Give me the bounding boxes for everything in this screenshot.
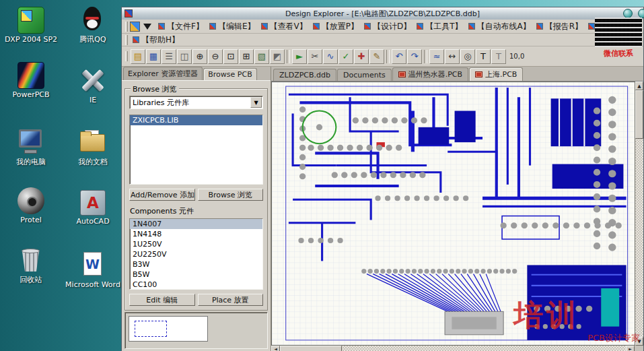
library-list[interactable]: ZXICPCB.LIB [129,115,263,185]
chevron-down-icon[interactable]: ▼ [250,97,262,108]
my-documents-icon [78,128,108,156]
desktop-icon-my-documents[interactable]: 我的文档 [64,128,122,167]
menu-help[interactable]: 【帮助H】 [130,34,182,46]
menu-item-label: 【工具T】 [425,21,462,32]
browse-type-select[interactable]: Libraries 元件库 ▼ [129,96,263,109]
desktop-icon-label: 腾讯QQ [64,36,122,44]
horizontal-scrollbar[interactable]: ◄ ► [271,346,643,351]
zoom-in-icon[interactable]: ⊕ [192,49,207,64]
desktop-icon-qq[interactable]: 腾讯QQ [64,5,122,44]
add-remove-button[interactable]: Add/Remove 添加/移除 [129,189,195,201]
browse-button[interactable]: Browse 浏览 [198,189,264,201]
tab-zldzpcb-ddb[interactable]: ZLDZPCB.ddb [273,69,336,81]
scroll-up-icon[interactable]: ▲ [635,82,643,90]
desktop-icon-label: 我的电脑 [2,158,60,167]
zoom-out-icon[interactable]: ⊖ [208,49,223,64]
preview-footprint [135,321,167,337]
document-area: ZLDZPCB.ddb Documents 温州热水器.PCB 上海.PCB [271,67,643,351]
menu-item-icon [209,23,216,30]
protel-icon [17,187,44,214]
desktop-icon-protel[interactable]: Protel [2,187,60,225]
component-list-item[interactable]: B5W [130,269,262,280]
drc-check-icon[interactable]: ✓ [338,49,353,64]
wire-tool-icon[interactable]: ∿ [323,49,338,64]
desktop-icon-autocad[interactable]: A AutoCAD [64,190,122,226]
tab-wenzhou-pcb[interactable]: 温州热水器.PCB [392,67,468,81]
close-button[interactable] [638,9,644,18]
desktop-icon-label: Protel [2,216,60,225]
component-list-item[interactable]: 1N4148 [130,229,262,239]
menu-reports[interactable]: 【报告R】 [534,20,585,33]
menu-item-icon [588,23,595,30]
component-list-item[interactable]: CC100 [130,280,262,290]
menu-tools[interactable]: 【工具T】 [414,20,465,33]
vertical-scrollbar[interactable]: ▲ ▼ [635,82,643,346]
menu-place[interactable]: 【放置P】 [310,20,361,33]
zoom-window-icon[interactable]: ⊡ [223,49,238,64]
component-list-item[interactable]: 1U250V [130,239,262,249]
toolbar-grip[interactable] [125,51,128,61]
pcb-editor-canvas[interactable] [271,82,635,346]
menu-item-label: 【查看V】 [270,21,308,32]
menu-item-label: 【帮助H】 [141,34,180,46]
scroll-down-icon[interactable]: ▼ [635,337,643,346]
menu-design[interactable]: 【设计D】 [361,20,414,33]
toolbar-grip[interactable] [125,35,128,45]
measure-icon[interactable]: ↔ [445,49,460,64]
menu-autoroute[interactable]: 【自动布线A】 [466,20,534,33]
menu-view[interactable]: 【查看V】 [258,20,310,33]
preview-area [129,316,208,342]
layer-mask-icon[interactable]: ◩ [270,49,285,64]
component-list[interactable]: 1N4007 1N4148 1U250V 2U2250V B3W B5W CC1… [129,218,263,290]
tab-explorer[interactable]: Explorer 资源管理器 [123,67,203,80]
desktop-icon-ie[interactable]: IE [64,66,122,105]
tab-shanghai-pcb[interactable]: 上海.PCB [469,67,523,81]
recycle-bin-icon [16,246,46,274]
scroll-left-icon[interactable]: ◄ [271,346,280,351]
origin-icon[interactable]: ◎ [460,49,475,64]
toolbar-separator [287,50,290,63]
tab-label: Documents [343,71,386,79]
open-document-icon[interactable]: ▤ [131,49,145,64]
tab-browse-pcb[interactable]: Browse PCB [203,68,256,80]
scrollbar-thumb[interactable] [635,90,643,139]
desktop-icon-my-computer[interactable]: 我的电脑 [2,128,60,167]
desktop-icon-powerpcb[interactable]: PowerPCB [2,62,60,100]
string-tool-icon[interactable]: T [491,49,506,64]
cross-probe-icon[interactable]: ✚ [354,49,369,64]
select-area-icon[interactable]: ▧ [254,49,269,64]
zoom-document-icon[interactable]: ⊞ [239,49,254,64]
print-icon[interactable]: ☰ [162,49,176,64]
title-bar[interactable]: Design Explorer - [E:\电路图\ZLDZPCB\ZLDZPC… [122,7,643,20]
minimize-button[interactable] [623,9,633,18]
desktop: DXP 2004 SP2 腾讯QQ PowerPCB IE 我的电脑 我的文档 … [0,0,644,351]
scrollbar-thumb[interactable] [280,346,342,351]
autocad-icon: A [80,190,106,216]
desktop-icon-label: DXP 2004 SP2 [2,36,60,44]
print-preview-icon[interactable]: ◫ [177,49,192,64]
cut-icon[interactable]: ✂ [308,49,322,64]
save-icon[interactable]: ▦ [146,49,161,64]
components-label: Components 元件 [130,206,263,216]
edit-button[interactable]: Edit 编辑 [129,294,195,306]
desktop-icon-word[interactable]: W Microsoft Word [64,251,122,290]
text-tool-icon[interactable]: T [476,49,491,64]
place-button[interactable]: Place 放置 [198,294,264,306]
desktop-icon-dxp[interactable]: DXP 2004 SP2 [2,7,60,44]
menu-edit[interactable]: 【编辑E】 [207,20,258,33]
tab-documents[interactable]: Documents [337,69,392,81]
component-list-item[interactable]: B3W [130,259,262,269]
desktop-icon-recycle-bin[interactable]: 回收站 [2,246,60,285]
component-list-item[interactable]: 1N4007 [130,219,262,229]
place-component-icon[interactable]: ► [292,49,307,64]
polyline-icon[interactable]: ≈ [429,49,444,64]
component-list-item[interactable]: 2U2250V [130,249,262,259]
redo-icon[interactable]: ↷ [407,49,422,64]
draw-tool-icon[interactable]: ✎ [369,49,384,64]
scroll-right-icon[interactable]: ► [626,346,635,351]
library-list-item[interactable]: ZXICPCB.LIB [130,115,262,125]
desktop-icon-label: 回收站 [2,276,60,285]
menu-file[interactable]: 【文件F】 [155,20,207,33]
undo-icon[interactable]: ↶ [392,49,406,64]
toolbar-grip[interactable] [125,22,128,32]
